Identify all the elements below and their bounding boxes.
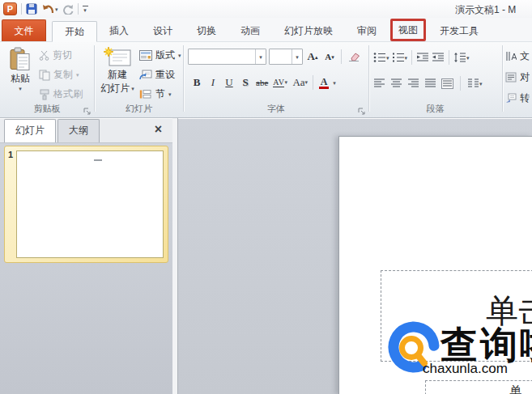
bullets-dropdown-arrow[interactable]: ▾	[386, 55, 389, 61]
new-slide-dropdown-arrow[interactable]: ▾	[131, 86, 134, 91]
new-slide-button[interactable]: 新建 幻灯片 ▾	[97, 46, 138, 95]
paragraph-group: ▾ ▾ ▾	[369, 42, 501, 117]
cut-label: 剪切	[53, 49, 72, 62]
pane-splitter[interactable]	[172, 118, 178, 394]
reset-button[interactable]: 重设	[138, 66, 183, 83]
qat-separator	[21, 3, 22, 15]
character-spacing-button[interactable]: AV ▾	[271, 74, 289, 91]
pane-close-button[interactable]: ×	[155, 123, 162, 136]
undo-button[interactable]: ▾	[41, 4, 58, 15]
partial-group: 文 对 转	[504, 42, 532, 117]
undo-dropdown-arrow[interactable]: ▾	[55, 6, 58, 12]
align-text-label: 对	[520, 70, 530, 84]
numbering-icon	[392, 53, 405, 62]
font-name-dropdown[interactable]: ▾	[255, 49, 266, 64]
font-group-label: 字体	[184, 103, 368, 115]
tab-file[interactable]: 文件	[2, 19, 46, 41]
paste-label: 粘贴	[11, 72, 30, 86]
copy-button[interactable]: 复制 ▾	[37, 66, 84, 83]
tab-review[interactable]: 审阅	[345, 20, 389, 41]
slide-thumbnail-selected[interactable]: 1	[4, 146, 168, 263]
tab-developer[interactable]: 开发工具	[428, 20, 491, 41]
font-separator	[341, 49, 342, 64]
slides-group: 新建 幻灯片 ▾ 版式 ▾ 重设 节 ▾	[95, 42, 183, 117]
save-icon	[26, 3, 37, 15]
strikethrough-button[interactable]: abe	[254, 74, 270, 91]
font-color-button[interactable]: A	[317, 74, 331, 91]
font-color-dropdown-arrow[interactable]: ▾	[333, 80, 336, 86]
increase-indent-icon[interactable]	[432, 53, 445, 62]
font-name-combo[interactable]: ▾	[188, 49, 266, 65]
pane-tab-slides[interactable]: 幻灯片	[4, 119, 56, 142]
bold-button[interactable]: B	[189, 74, 204, 91]
thumbnail-placeholder-mark	[94, 159, 102, 161]
tab-slideshow[interactable]: 幻灯片放映	[272, 20, 345, 41]
format-painter-button[interactable]: 格式刷	[37, 86, 84, 103]
paste-button[interactable]: 粘贴 ▾	[4, 47, 36, 91]
text-direction-button[interactable]: 文	[504, 48, 532, 65]
change-case-button[interactable]: Aa ▾	[291, 74, 309, 91]
tab-view-highlighted[interactable]: 视图	[390, 19, 426, 41]
grow-font-button[interactable]: A▴	[305, 49, 320, 65]
tab-design[interactable]: 设计	[141, 20, 185, 41]
slides-group-label: 幻灯片	[95, 103, 183, 115]
tab-home[interactable]: 开始	[52, 21, 97, 42]
clear-formatting-icon	[347, 51, 360, 62]
convert-smartart-button[interactable]: 转	[504, 90, 532, 107]
line-spacing-dropdown-arrow[interactable]: ▾	[466, 55, 470, 61]
layout-dropdown-arrow[interactable]: ▾	[178, 53, 181, 58]
italic-button[interactable]: I	[206, 74, 220, 91]
character-spacing-dropdown-arrow[interactable]: ▾	[284, 80, 287, 86]
qat-customize-button[interactable]: ▾	[83, 6, 88, 13]
line-spacing-icon	[453, 53, 466, 62]
paragraph-separator	[411, 50, 412, 65]
align-center-icon[interactable]	[390, 78, 402, 88]
shrink-font-button[interactable]: A▾	[322, 49, 337, 65]
bullets-icon	[373, 53, 386, 62]
bullets-button[interactable]: ▾	[373, 53, 389, 62]
ribbon-tab-row: 文件 开始 插入 设计 切换 动画 幻灯片放映 审阅 视图 开发工具	[0, 18, 532, 42]
justify-icon[interactable]	[424, 78, 436, 88]
distribute-text-icon[interactable]	[441, 78, 453, 89]
reset-label: 重设	[155, 68, 175, 82]
columns-icon	[467, 78, 479, 88]
font-size-combo[interactable]: ▾	[269, 49, 303, 65]
layout-button[interactable]: 版式 ▾	[138, 47, 183, 64]
qat-customize-bar	[83, 6, 88, 6]
section-dropdown-arrow[interactable]: ▾	[168, 91, 172, 97]
columns-dropdown-arrow[interactable]: ▾	[479, 81, 483, 87]
font-dialog-launcher[interactable]	[358, 108, 365, 115]
cut-button[interactable]: 剪切	[37, 47, 84, 64]
tab-animations[interactable]: 动画	[228, 20, 272, 41]
slide-thumbnail-page[interactable]	[16, 150, 164, 258]
numbering-dropdown-arrow[interactable]: ▾	[405, 55, 408, 61]
dialog-launcher-icon	[358, 108, 365, 115]
decrease-indent-icon[interactable]	[416, 53, 429, 62]
app-icon[interactable]: P	[3, 2, 17, 15]
columns-button[interactable]: ▾	[467, 78, 483, 88]
tab-transitions[interactable]: 切换	[185, 20, 228, 41]
tab-insert[interactable]: 插入	[97, 20, 141, 41]
text-shadow-button[interactable]: S	[238, 74, 253, 91]
underline-button[interactable]: U	[222, 74, 236, 91]
paste-dropdown-arrow[interactable]: ▾	[19, 86, 22, 91]
clipboard-dialog-launcher[interactable]	[83, 108, 91, 115]
line-spacing-button[interactable]: ▾	[453, 53, 470, 62]
section-button[interactable]: 节 ▾	[138, 86, 183, 103]
change-case-dropdown-arrow[interactable]: ▾	[305, 80, 309, 86]
align-right-icon[interactable]	[407, 78, 419, 88]
numbering-button[interactable]: ▾	[392, 53, 408, 62]
align-left-icon[interactable]	[373, 78, 385, 88]
group-separator	[502, 45, 503, 112]
character-spacing-glyph: AV	[273, 78, 284, 87]
save-button[interactable]	[26, 3, 37, 15]
redo-button[interactable]	[62, 4, 74, 15]
align-text-button[interactable]: 对	[504, 69, 532, 86]
pane-tab-outline[interactable]: 大纲	[57, 119, 100, 142]
clear-formatting-button[interactable]	[346, 49, 362, 65]
clipboard-group-label: 剪贴板	[0, 103, 94, 115]
font-size-dropdown[interactable]: ▾	[292, 49, 302, 64]
text-direction-label: 文	[520, 49, 530, 63]
copy-dropdown-arrow[interactable]: ▾	[76, 72, 79, 78]
cut-icon	[39, 50, 49, 61]
